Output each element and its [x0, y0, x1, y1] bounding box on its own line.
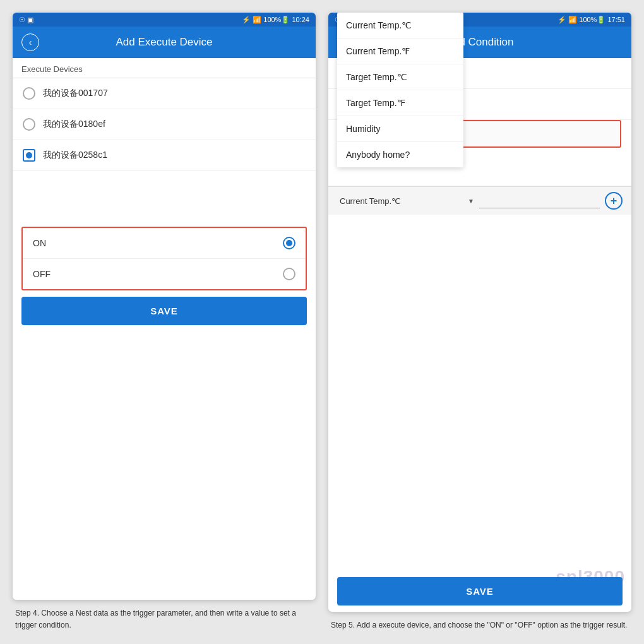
dropdown-arrow-icon[interactable]: ▼ [468, 198, 474, 205]
radio-dev3-inner [26, 152, 32, 158]
device-label-2: 我的设备0180ef [43, 119, 105, 130]
right-status-right: ⚡ 📶 100%🔋 17:51 [558, 16, 625, 24]
radio-dev3-selected[interactable] [23, 149, 35, 162]
dropdown-item-2[interactable]: Target Temp.℃ [337, 64, 463, 90]
left-status-right: ⚡ 📶 100%🔋 10:24 [242, 16, 309, 24]
left-status-bar: ☉ ▣ ⚡ 📶 100%🔋 10:24 [13, 13, 316, 27]
option-on-row[interactable]: ON [23, 228, 306, 259]
left-status-icons: ☉ ▣ [19, 16, 33, 24]
left-phone-screen: ☉ ▣ ⚡ 📶 100%🔋 10:24 ‹ Add Execute Device… [13, 13, 316, 600]
right-status-right-text: ⚡ 📶 100%🔋 17:51 [558, 16, 625, 24]
left-header-title: Add Execute Device [45, 36, 283, 49]
dropdown-menu: Current Temp.℃ Current Temp.℉ Target Tem… [337, 13, 463, 167]
off-label: OFF [33, 269, 51, 279]
dropdown-item-0[interactable]: Current Temp.℃ [337, 13, 463, 39]
dropdown-item-3[interactable]: Target Temp.℉ [337, 90, 463, 116]
left-status-left-text: ☉ ▣ [19, 16, 33, 24]
options-box: ON OFF [21, 227, 307, 290]
left-phone-wrapper: ☉ ▣ ⚡ 📶 100%🔋 10:24 ‹ Add Execute Device… [13, 13, 316, 631]
dropdown-item-1[interactable]: Current Temp.℉ [337, 39, 463, 64]
device-label-1: 我的设备001707 [43, 88, 108, 99]
left-app-header: ‹ Add Execute Device [13, 27, 316, 58]
dropdown-item-4[interactable]: Humidity [337, 116, 463, 142]
radio-dev2[interactable] [23, 118, 35, 131]
right-caption: Step 5. Add a execute device, and choose… [328, 612, 631, 631]
empty-area [13, 171, 316, 222]
add-condition-button[interactable]: + [605, 192, 623, 210]
option-off-row[interactable]: OFF [23, 259, 306, 289]
on-label: ON [33, 238, 46, 248]
radio-on-inner [286, 240, 292, 246]
right-save-button[interactable]: SAVE [337, 577, 623, 605]
value-input[interactable] [479, 193, 600, 208]
radio-on[interactable] [283, 237, 295, 249]
main-container: ☉ ▣ ⚡ 📶 100%🔋 10:24 ‹ Add Execute Device… [0, 0, 644, 644]
right-phone-screen: ☉ ▣ 🎯 ⚡ 📶 100%🔋 17:51 ‹ Add Condition Cl… [328, 13, 631, 612]
param-select[interactable]: Current Temp.℃ [337, 193, 463, 210]
radio-dev1[interactable] [23, 87, 35, 100]
list-item[interactable]: 我的设备0180ef [13, 109, 316, 140]
radio-off[interactable] [283, 268, 295, 280]
left-back-button[interactable]: ‹ [21, 33, 39, 51]
left-status-right-text: ⚡ 📶 100%🔋 10:24 [242, 16, 309, 24]
bottom-param-bar: Current Temp.℃ ▼ + [328, 186, 631, 215]
list-item[interactable]: 我的设备001707 [13, 78, 316, 109]
dropdown-item-5[interactable]: Anybody home? [337, 142, 463, 167]
left-caption: Step 4. Choose a Nest data as the trigge… [13, 600, 316, 631]
left-save-button[interactable]: SAVE [21, 297, 307, 325]
list-item[interactable]: 我的设备0258c1 [13, 140, 316, 171]
left-section-label: Execute Devices [13, 58, 316, 78]
right-phone-wrapper: ☉ ▣ 🎯 ⚡ 📶 100%🔋 17:51 ‹ Add Condition Cl… [328, 13, 631, 631]
device-label-3: 我的设备0258c1 [43, 150, 107, 161]
